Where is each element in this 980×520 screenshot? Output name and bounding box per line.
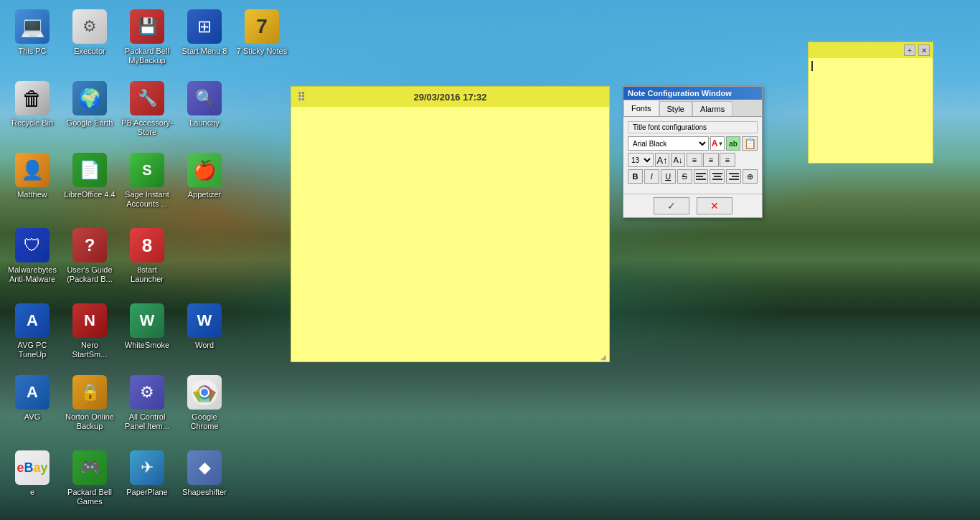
ebay-icon: eBay bbox=[15, 450, 50, 485]
underline-btn[interactable]: U bbox=[661, 169, 676, 184]
icon-this-pc-2[interactable]: 💻 This PC bbox=[4, 4, 61, 62]
icon-usersguide[interactable]: ? User's Guide (Packard B... bbox=[61, 222, 118, 290]
icon-executor-2[interactable]: ⚙ Executor bbox=[61, 4, 118, 62]
size-increase-icon: A↑ bbox=[656, 155, 667, 166]
this-pc-label-2: This PC bbox=[18, 47, 46, 56]
mini-add-button[interactable]: + bbox=[904, 44, 915, 56]
mini-sticky-window: + ✕ bbox=[808, 42, 933, 164]
icon-ebay[interactable]: eBay e bbox=[4, 445, 61, 503]
mini-close-button[interactable]: ✕ bbox=[918, 44, 930, 56]
align-left-btn[interactable] bbox=[694, 169, 709, 184]
whitesmoke-icon: W bbox=[130, 303, 164, 338]
tab-fonts[interactable]: Fonts bbox=[623, 100, 659, 116]
desktop-icons-area: 💻 This PC ⚙ Executor 💾 Packard Bell MyBa… bbox=[0, 0, 237, 520]
usersguide-icon: ? bbox=[72, 228, 107, 263]
list-buttons: ≡ ≡ ≡ bbox=[687, 153, 735, 167]
allcontrol-icon: ⚙ bbox=[130, 375, 164, 410]
icon-recycle[interactable]: 🗑 Recycle Bin bbox=[4, 75, 61, 133]
section-title: Title font configurations bbox=[628, 121, 758, 133]
sticky-note-body[interactable] bbox=[291, 107, 609, 361]
align-left-icon bbox=[696, 171, 706, 181]
icon-pb-acc[interactable]: 🔧 PB Accessory-Store bbox=[118, 75, 176, 143]
icon-avg-tune[interactable]: A AVG PC TuneUp bbox=[4, 298, 61, 365]
google-earth-label: Google Earth bbox=[67, 118, 113, 128]
icon-7sticky[interactable]: 7 7 Sticky Notes bbox=[233, 4, 291, 62]
align-center-btn[interactable] bbox=[710, 169, 725, 184]
indent-icon: ≡ bbox=[725, 156, 730, 164]
whitesmoke-label: WhiteSmoke bbox=[125, 341, 169, 350]
paperplane-icon: ✈ bbox=[130, 450, 164, 485]
7sticky-icon: 7 bbox=[245, 9, 279, 44]
size-decrease-icon: A↓ bbox=[674, 156, 683, 164]
copy-format-btn[interactable]: 📋 bbox=[742, 136, 758, 151]
note-config-title: Note Configuration Window bbox=[623, 87, 762, 100]
ok-button[interactable]: ✓ bbox=[654, 197, 689, 214]
icon-matthew[interactable]: 👤 Matthew bbox=[4, 147, 61, 205]
icon-start-menu-2[interactable]: ⊞ Start Menu 8 bbox=[176, 4, 233, 62]
icon-google-earth[interactable]: 🌍 Google Earth bbox=[61, 75, 118, 133]
word-icon: W bbox=[187, 303, 222, 338]
mini-sticky-body[interactable] bbox=[809, 58, 933, 163]
icon-sage[interactable]: S Sage Instant Accounts ... bbox=[118, 147, 176, 214]
google-earth-icon: 🌍 bbox=[72, 81, 107, 115]
sticky-note-header[interactable]: ⠿ 29/03/2016 17:32 bbox=[291, 87, 609, 107]
8start-icon: 8 bbox=[130, 228, 164, 263]
mini-sticky-header: + ✕ bbox=[809, 42, 933, 58]
icon-launchy[interactable]: 🔍 Launchy bbox=[176, 75, 233, 133]
align-right-icon bbox=[729, 171, 739, 181]
format-row: B I U S bbox=[628, 169, 758, 184]
font-select[interactable]: Arial Black bbox=[628, 136, 709, 151]
pb-acc-label: PB Accessory-Store bbox=[121, 118, 173, 137]
size-decrease-btn[interactable]: A↓ bbox=[671, 153, 685, 167]
highlight-btn[interactable]: ab bbox=[726, 136, 740, 151]
icon-allcontrol[interactable]: ⚙ All Control Panel Item... bbox=[118, 369, 176, 437]
pbgames-label: Packard Bell Games bbox=[64, 488, 116, 506]
tab-style[interactable]: Style bbox=[659, 101, 692, 116]
icon-pb-backup-2[interactable]: 💾 Packard Bell MyBackup bbox=[118, 4, 176, 71]
icon-pbgames[interactable]: 🎮 Packard Bell Games bbox=[61, 445, 118, 512]
indent-btn[interactable]: ≡ bbox=[720, 153, 735, 167]
icon-appetizer[interactable]: 🍎 Appetizer bbox=[176, 147, 233, 205]
icon-whitesmoke[interactable]: W WhiteSmoke bbox=[118, 298, 176, 356]
icon-8start[interactable]: 8 8start Launcher bbox=[118, 222, 176, 290]
executor-label-2: Executor bbox=[74, 47, 105, 56]
size-increase-btn[interactable]: A↑ bbox=[655, 153, 669, 167]
libreoffice-label: LibreOffice 4.4 bbox=[64, 190, 115, 199]
pbgames-icon: 🎮 bbox=[72, 450, 107, 485]
icon-avg[interactable]: A AVG bbox=[4, 369, 61, 427]
pb-acc-icon: 🔧 bbox=[130, 81, 164, 115]
unordered-list-icon: ≡ bbox=[692, 156, 697, 164]
icon-libreoffice[interactable]: 📄 LibreOffice 4.4 bbox=[61, 147, 118, 205]
launchy-label: Launchy bbox=[189, 118, 220, 128]
drag-handle: ⠿ bbox=[297, 90, 307, 104]
nero-icon: N bbox=[72, 303, 107, 338]
size-row: 13 A↑ A↓ ≡ ≡ ≡ bbox=[628, 153, 758, 167]
font-color-btn[interactable]: A ▼ bbox=[710, 136, 725, 151]
icon-malware[interactable]: 🛡 Malwarebytes Anti-Malware bbox=[4, 222, 61, 290]
note-config-window: Note Configuration Window Fonts Style Al… bbox=[623, 86, 763, 218]
unordered-list-btn[interactable]: ≡ bbox=[687, 153, 702, 167]
matthew-icon: 👤 bbox=[15, 153, 50, 187]
align-center-icon bbox=[712, 171, 722, 181]
icon-paperplane[interactable]: ✈ PaperPlane bbox=[118, 445, 176, 503]
bold-btn[interactable]: B bbox=[628, 169, 643, 184]
note-config-tabs: Fonts Style Alarms bbox=[623, 100, 762, 117]
icon-chrome[interactable]: Google Chrome bbox=[176, 369, 233, 437]
tab-alarms[interactable]: Alarms bbox=[692, 101, 732, 116]
italic-btn[interactable]: I bbox=[644, 169, 659, 184]
icon-nero[interactable]: N Nero StartSm... bbox=[61, 298, 118, 365]
strikethrough-btn[interactable]: S bbox=[677, 169, 692, 184]
ordered-list-btn[interactable]: ≡ bbox=[703, 153, 719, 167]
align-right-btn[interactable] bbox=[726, 169, 741, 184]
icon-norton[interactable]: 🔒 Norton Online Backup bbox=[61, 369, 118, 437]
sticky-note-textarea[interactable] bbox=[297, 113, 603, 356]
icon-word[interactable]: W Word bbox=[176, 298, 233, 356]
special-btn[interactable]: ⊕ bbox=[743, 169, 758, 184]
icon-shapeshifter[interactable]: ◆ Shapeshifter bbox=[176, 445, 233, 503]
cancel-button[interactable]: ✕ bbox=[697, 197, 732, 214]
font-size-select[interactable]: 13 bbox=[628, 153, 654, 167]
usersguide-label: User's Guide (Packard B... bbox=[64, 265, 116, 284]
pb-backup-label-2: Packard Bell MyBackup bbox=[121, 47, 173, 65]
ebay-label: e bbox=[30, 488, 34, 497]
resize-handle[interactable]: ◢ bbox=[600, 353, 608, 360]
